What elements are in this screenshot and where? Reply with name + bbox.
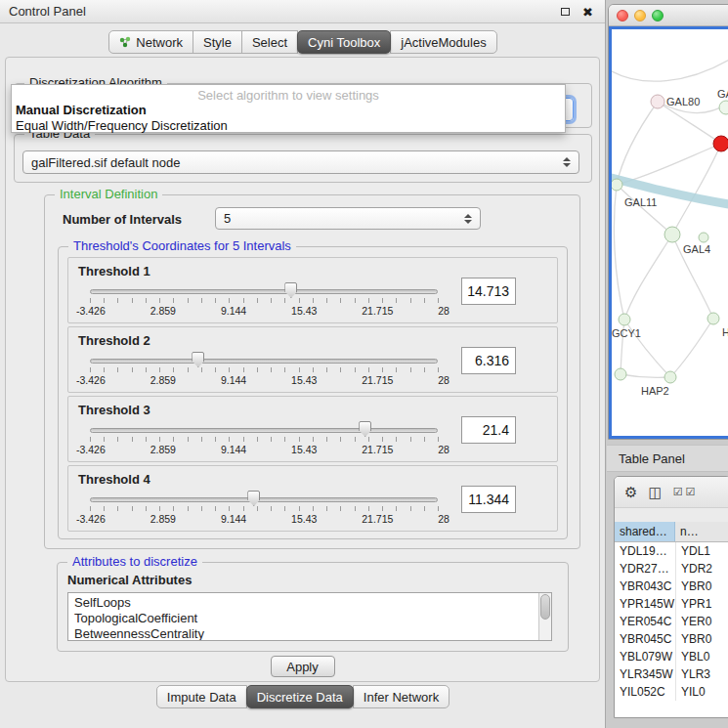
combo-arrows-icon bbox=[464, 214, 472, 224]
threshold-2-panel: Threshold 2 -3.426 2.859 9.144 15.43 21.… bbox=[67, 326, 558, 393]
table-toolbar: ⚙ ◫ ☑ ☑ bbox=[615, 477, 728, 508]
table-row[interactable]: YDL19…YDL1 bbox=[615, 542, 728, 560]
dropdown-option-equal-width-frequency[interactable]: Equal Width/Frequency Discretization bbox=[12, 118, 565, 134]
bottom-tab-bar: Impute Data Discretize Data Infer Networ… bbox=[0, 685, 606, 708]
columns-icon[interactable]: ◫ bbox=[648, 485, 662, 499]
table-row[interactable]: YER054CYER0 bbox=[615, 613, 728, 630]
tab-infer-network[interactable]: Infer Network bbox=[353, 685, 450, 708]
close-icon[interactable]: ✖ bbox=[582, 6, 593, 19]
network-node[interactable] bbox=[664, 227, 680, 242]
table-rows: YDL19…YDL1 YDR27…YDR2 YBR043CYBR0 YPR145… bbox=[615, 542, 728, 718]
table-data-combobox[interactable]: galFiltered.sif default node bbox=[22, 150, 579, 174]
cyni-toolbox-panel: Discretization Algorithm Table Data galF… bbox=[5, 57, 600, 682]
threshold-coordinates-group: Threshold's Coordinates for 5 Intervals … bbox=[58, 246, 568, 539]
selected-network-node[interactable] bbox=[713, 136, 728, 151]
top-tab-bar: Network Style Select Cyni Toolbox jActiv… bbox=[0, 30, 606, 54]
scrollbar-thumb[interactable] bbox=[540, 594, 550, 620]
table-panel-title: Table Panel bbox=[619, 451, 685, 466]
threshold-3-panel: Threshold 3 -3.426 2.859 9.144 15.43 21.… bbox=[67, 396, 558, 462]
threshold-2-label: Threshold 2 bbox=[78, 333, 150, 348]
slider-track[interactable] bbox=[90, 497, 438, 502]
gear-icon[interactable]: ⚙ bbox=[624, 485, 637, 499]
network-node-label: GAL80 bbox=[666, 96, 700, 107]
network-nodes bbox=[612, 95, 728, 383]
threshold-4-slider[interactable]: -3.426 2.859 9.144 15.43 21.715 28 bbox=[90, 490, 438, 529]
threshold-3-slider[interactable]: -3.426 2.859 9.144 15.43 21.715 28 bbox=[90, 420, 438, 459]
select-none-checkbox-icon[interactable]: ☑ bbox=[686, 487, 696, 497]
zoom-traffic-light-icon[interactable] bbox=[652, 10, 664, 21]
apply-button[interactable]: Apply bbox=[271, 656, 335, 677]
tab-discretize-data[interactable]: Discretize Data bbox=[246, 685, 354, 708]
list-item[interactable]: TopologicalCoefficient bbox=[68, 611, 551, 626]
attributes-group: Attributes to discretize Numerical Attri… bbox=[57, 562, 569, 652]
slider-track[interactable] bbox=[90, 359, 438, 364]
column-header-shared-name[interactable]: shared… bbox=[615, 522, 675, 541]
table-row[interactable]: YBR043CYBR0 bbox=[615, 578, 728, 595]
table-row[interactable]: YPR145WYPR1 bbox=[615, 595, 728, 613]
table-row[interactable]: YBL079WYBL0 bbox=[615, 648, 728, 665]
minimize-traffic-light-icon[interactable] bbox=[634, 10, 646, 21]
tab-cyni-toolbox[interactable]: Cyni Toolbox bbox=[297, 30, 391, 54]
table-panel-header: Table Panel bbox=[607, 445, 728, 472]
threshold-2-value-field[interactable]: 6.316 bbox=[461, 347, 516, 374]
slider-track[interactable] bbox=[90, 428, 438, 433]
threshold-4-label: Threshold 4 bbox=[78, 472, 150, 487]
threshold-coordinates-group-title: Threshold's Coordinates for 5 Intervals bbox=[68, 238, 296, 253]
network-view-window: GAL80 GA GAL11 GAL4 GCY1 H HAP2 bbox=[608, 4, 728, 440]
network-node[interactable] bbox=[664, 371, 676, 383]
column-header-name[interactable]: n… bbox=[675, 522, 728, 541]
network-node[interactable] bbox=[719, 101, 728, 114]
tab-jactivemodules[interactable]: jActiveModules bbox=[390, 30, 496, 54]
network-canvas[interactable]: GAL80 GA GAL11 GAL4 GCY1 H HAP2 bbox=[612, 29, 728, 438]
tab-impute-data[interactable]: Impute Data bbox=[156, 685, 247, 708]
network-node[interactable] bbox=[699, 233, 708, 242]
network-node[interactable] bbox=[615, 368, 626, 380]
network-node-label: GAL4 bbox=[683, 243, 710, 255]
dropdown-option-manual-discretization[interactable]: Manual Discretization bbox=[12, 103, 565, 118]
slider-track[interactable] bbox=[90, 289, 438, 294]
select-all-checkbox-icon[interactable]: ☑ bbox=[673, 487, 683, 497]
slider-ticks bbox=[90, 298, 439, 303]
network-node-label: H bbox=[722, 326, 728, 338]
interval-definition-group: Interval Definition Number of Intervals … bbox=[44, 194, 580, 549]
number-of-intervals-combobox[interactable]: 5 bbox=[215, 207, 481, 230]
tab-select[interactable]: Select bbox=[241, 30, 298, 54]
network-canvas-frame: GAL80 GA GAL11 GAL4 GCY1 H HAP2 bbox=[609, 26, 728, 439]
float-window-icon[interactable] bbox=[561, 8, 570, 16]
number-of-intervals-label: Number of Intervals bbox=[63, 212, 182, 227]
combo-arrows-icon bbox=[563, 157, 571, 167]
list-item[interactable]: SelfLoops bbox=[68, 595, 551, 611]
network-node[interactable] bbox=[619, 314, 630, 325]
network-window-titlebar bbox=[609, 5, 728, 26]
table-toolbar-spacer bbox=[615, 508, 728, 522]
slider-thumb[interactable] bbox=[247, 491, 260, 506]
table-row[interactable]: YIL052CYIL0 bbox=[615, 683, 728, 701]
network-node[interactable] bbox=[651, 95, 664, 108]
slider-tick-labels: -3.426 2.859 9.144 15.43 21.715 28 bbox=[76, 374, 450, 386]
threshold-1-slider[interactable]: -3.426 2.859 9.144 15.43 21.715 28 bbox=[90, 281, 438, 321]
close-traffic-light-icon[interactable] bbox=[617, 10, 628, 21]
table-row[interactable]: YBR045CYBR0 bbox=[615, 630, 728, 648]
threshold-1-value-field[interactable]: 14.713 bbox=[461, 278, 516, 305]
network-node-label: GA bbox=[717, 88, 728, 100]
list-item[interactable]: BetweennessCentrality bbox=[68, 626, 551, 641]
table-data-group: Table Data galFiltered.sif default node bbox=[14, 134, 592, 183]
threshold-4-value-field[interactable]: 11.344 bbox=[461, 486, 516, 513]
interval-definition-group-title: Interval Definition bbox=[55, 187, 162, 201]
window-title: Control Panel bbox=[9, 4, 86, 19]
table-row[interactable]: YDR27…YDR2 bbox=[615, 560, 728, 578]
list-scrollbar[interactable] bbox=[538, 593, 551, 640]
table-row[interactable]: YLR345WYLR3 bbox=[615, 665, 728, 683]
threshold-4-panel: Threshold 4 -3.426 2.859 9.144 15.43 21.… bbox=[67, 465, 558, 532]
network-node[interactable] bbox=[612, 179, 622, 191]
threshold-2-slider[interactable]: -3.426 2.859 9.144 15.43 21.715 28 bbox=[90, 351, 438, 390]
slider-thumb[interactable] bbox=[359, 421, 371, 437]
slider-thumb[interactable] bbox=[284, 282, 297, 298]
threshold-3-value-field[interactable]: 21.4 bbox=[461, 416, 516, 444]
network-node[interactable] bbox=[707, 313, 719, 324]
numerical-attributes-list[interactable]: SelfLoops TopologicalCoefficient Between… bbox=[67, 592, 552, 641]
tab-style[interactable]: Style bbox=[193, 30, 242, 54]
slider-thumb[interactable] bbox=[192, 352, 204, 367]
tab-network[interactable]: Network bbox=[108, 30, 193, 54]
table-header-row: shared… n… bbox=[615, 522, 728, 542]
